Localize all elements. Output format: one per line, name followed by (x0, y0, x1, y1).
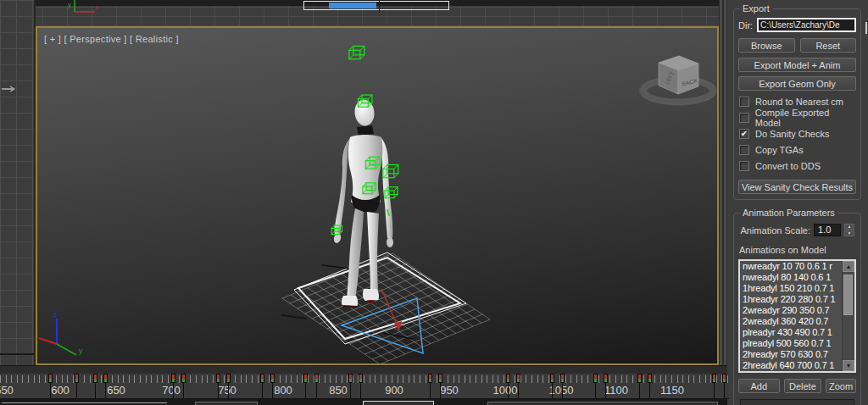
timeline-frame-label: 550 (0, 384, 14, 397)
timeline-key[interactable] (506, 374, 510, 383)
animation-list-item[interactable]: 2hreadyr 570 630 0.7 (740, 349, 842, 360)
timeline-key[interactable] (722, 374, 726, 383)
checkbox-label: Compile Exported Model (755, 108, 855, 128)
dummy-helper-cube[interactable] (358, 95, 372, 107)
panel-edge-mark (865, 22, 867, 34)
animation-scale-label: Animation Scale: (740, 225, 810, 236)
checkbox-row[interactable]: Copy TGAs (739, 143, 855, 157)
scene-ground-grid (282, 253, 490, 363)
timeline-key[interactable] (171, 374, 175, 383)
dummy-helper-cube[interactable] (363, 183, 376, 194)
timeline-key[interactable] (648, 374, 652, 383)
animation-list-item[interactable]: nwreadyl 80 140 0.6 1 (740, 272, 842, 283)
checkbox-icon[interactable] (739, 113, 749, 123)
dummy-helper-cube[interactable] (349, 46, 364, 58)
delete-button[interactable]: Delete (784, 379, 821, 393)
panel-splitter[interactable] (719, 0, 727, 374)
timeline-key[interactable] (593, 374, 598, 383)
status-box-1 (195, 402, 258, 405)
status-box-2 (363, 401, 434, 405)
listbox-scrollbar[interactable]: ▲ ▼ (842, 261, 854, 371)
export-checkbox-list: Round to Nearest cmCompile Exported Mode… (738, 95, 856, 173)
timeline-key[interactable] (712, 374, 716, 383)
timeline-key[interactable] (560, 374, 565, 383)
application-window: y x (0, 0, 868, 405)
spinner-down-icon[interactable]: ▼ (844, 230, 854, 236)
animation-list-item[interactable]: 1hreadyr 220 280 0.7 1 (740, 294, 842, 305)
viewport-left-ortho[interactable] (0, 0, 34, 368)
viewport-perspective[interactable]: BACK LEFT z x y [ + ] [ Perspective ] [ … (36, 26, 719, 365)
viewport-top-ortho[interactable]: y x (36, 0, 719, 26)
dir-path-input[interactable]: C:\Users\Zachary\De (757, 18, 856, 32)
checkbox-icon[interactable] (739, 145, 749, 155)
status-field-edge (2, 402, 167, 403)
timeline-key[interactable] (93, 374, 97, 383)
scrollbar-thumb[interactable] (843, 275, 853, 315)
timeline-frame-label: 650 (107, 384, 125, 397)
timeline-key[interactable] (359, 374, 363, 383)
timeline-key[interactable] (270, 374, 275, 383)
timeline-key[interactable] (516, 374, 520, 383)
checkbox-checked-icon[interactable]: ✔ (739, 129, 749, 139)
animations-listbox[interactable]: nwreadyr 10 70 0.6 1 rnwreadyl 80 140 0.… (738, 259, 856, 373)
timeline-key[interactable] (438, 374, 442, 383)
scrollbar-track[interactable] (843, 272, 854, 360)
checkbox-label: Round to Nearest cm (755, 97, 843, 107)
animation-list-item[interactable]: 2wreadyr 290 350 0.7 (740, 305, 842, 316)
scene-object-selected-plane[interactable] (303, 1, 449, 10)
checkbox-icon[interactable] (739, 97, 749, 107)
animation-scale-input[interactable]: 1.0 (814, 224, 841, 236)
checkbox-row[interactable]: ✔Do Sanity Checks (739, 127, 855, 141)
animation-list-item[interactable]: nwreadyr 10 70 0.6 1 r (740, 261, 842, 272)
timeline-key[interactable] (637, 374, 642, 383)
viewport-label[interactable]: [ + ] [ Perspective ] [ Realistic ] (44, 34, 179, 44)
checkbox-row[interactable]: Convert to DDS (739, 159, 855, 173)
animation-parameters-groupbox: Animation Parameters Animation Scale: 1.… (733, 213, 861, 405)
timeline-frame-label: 700 (162, 384, 181, 397)
animation-list-item[interactable]: 2wreadyl 360 420 0.7 (740, 316, 842, 327)
animation-list-item[interactable]: 1hreadyl 150 210 0.7 1 (740, 283, 842, 294)
timeline-key[interactable] (48, 374, 53, 383)
timeline-key[interactable] (226, 374, 231, 383)
timeline-ticks (0, 375, 729, 383)
scroll-up-icon[interactable]: ▲ (843, 261, 854, 272)
timeline-key[interactable] (303, 374, 308, 383)
timeline-key[interactable] (348, 374, 353, 383)
add-button[interactable]: Add (738, 379, 780, 393)
animation-list-item[interactable]: plreadyr 430 490 0.7 1 (740, 327, 842, 338)
timeline-key[interactable] (428, 374, 432, 383)
checkbox-icon[interactable] (739, 161, 749, 171)
export-model-anim-button[interactable]: Export Model + Anim (738, 58, 856, 72)
timeline-key[interactable] (75, 374, 79, 383)
dummy-helper-cube[interactable] (331, 225, 342, 235)
dummy-helper-cube[interactable] (365, 157, 380, 169)
browse-button[interactable]: Browse (738, 38, 795, 53)
animation-list-item[interactable]: plreadyl 500 560 0.7 1 (740, 338, 842, 349)
view-sanity-results-button[interactable]: View Sanity Check Results (738, 180, 856, 194)
status-bar-strip (0, 399, 727, 405)
axis-gizmo-top-icon: y x (51, 0, 98, 17)
animation-scale-spinner[interactable]: ▲ ▼ (844, 224, 854, 236)
scene-character-model[interactable] (333, 98, 393, 308)
timeline-key[interactable] (216, 374, 220, 383)
checkbox-row[interactable]: Compile Exported Model (739, 111, 855, 125)
spinner-up-icon[interactable]: ▲ (844, 224, 854, 230)
zoom-button[interactable]: Zoom (826, 379, 856, 393)
timeline-key[interactable] (550, 374, 554, 383)
scroll-down-icon[interactable]: ▼ (843, 360, 854, 371)
dummy-helper-cube[interactable] (383, 164, 398, 177)
scene-edge-line (379, 0, 380, 13)
world-axis-tripod-icon: z x y (37, 310, 83, 355)
timeline-key[interactable] (604, 374, 608, 383)
animation-list-item[interactable]: 2hreadyl 640 700 0.7 1 (740, 360, 842, 371)
reset-button[interactable]: Reset (800, 38, 857, 53)
dummy-helper-cube[interactable] (385, 187, 398, 198)
timeline-key[interactable] (314, 374, 319, 383)
timeline-key[interactable] (260, 374, 264, 383)
timeline-key[interactable] (181, 374, 186, 383)
timeline-key[interactable] (103, 374, 108, 383)
export-geom-only-button[interactable]: Export Geom Only (738, 76, 856, 91)
viewcube[interactable]: BACK LEFT (639, 56, 717, 104)
timeline-ruler[interactable]: 5506006507007508008509009501000105011001… (0, 374, 729, 399)
checkbox-row[interactable]: Round to Nearest cm (739, 95, 855, 108)
